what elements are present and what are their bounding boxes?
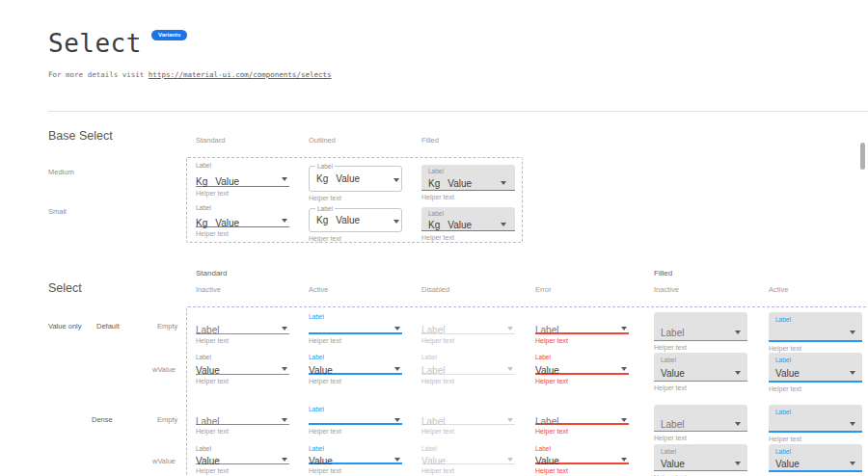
- select-standard-inactive-wvalue[interactable]: Label Value Helper text: [196, 353, 289, 384]
- select-dense-standard-active-empty[interactable]: Label Helper text: [309, 405, 402, 435]
- dropdown-arrow-icon: [621, 367, 627, 371]
- helper-text: Helper text: [309, 467, 402, 474]
- dropdown-arrow-icon: [850, 331, 855, 334]
- select-filled-active-empty[interactable]: Label Helper text: [769, 312, 862, 352]
- helper-text: Helper text: [535, 337, 629, 344]
- select-value: Value: [535, 456, 559, 466]
- select-dense-filled-active-wvalue[interactable]: Label Value Helper text: [769, 444, 862, 476]
- base-select-heading: Base Select: [48, 129, 113, 143]
- helper-text: Helper text: [769, 345, 862, 352]
- select-dense-standard-error-empty[interactable]: Label Helper text: [535, 405, 629, 435]
- header-divider: [48, 111, 868, 112]
- select-filled-inactive-empty[interactable]: Label Helper text: [654, 312, 747, 351]
- dropdown-arrow-icon: [735, 371, 741, 375]
- select-value: Value: [661, 368, 685, 379]
- select-filled-inactive-wvalue[interactable]: Label Value Helper text: [654, 353, 747, 391]
- select-floating-label: Label: [421, 444, 515, 454]
- helper-text: Helper text: [421, 234, 515, 241]
- row-label-empty-dense: Empty: [157, 415, 177, 424]
- dropdown-arrow-icon: [735, 422, 741, 426]
- select-value: Value: [196, 456, 220, 466]
- select-floating-label: [421, 312, 515, 322]
- helper-text: Helper text: [196, 467, 289, 474]
- select-value: Label: [421, 325, 445, 335]
- helper-text: Helper text: [654, 344, 747, 351]
- select-dense-standard-inactive-empty[interactable]: Label Helper text: [196, 405, 289, 435]
- select-value: Value: [336, 173, 360, 184]
- dropdown-arrow-icon: [735, 462, 741, 465]
- select-standard-error-empty[interactable]: Label Helper text: [535, 312, 629, 344]
- select-floating-label: Label: [775, 356, 855, 365]
- state-header-active: Active: [309, 285, 328, 294]
- select-dense-standard-disabled-empty: Label Helper text: [421, 405, 515, 435]
- column-header-filled: Filled: [421, 136, 439, 145]
- select-adornment: Kg: [428, 178, 440, 189]
- select-floating-label: Label: [661, 356, 741, 365]
- column-header-standard: Standard: [196, 136, 225, 145]
- row-label-default: Default: [96, 322, 120, 331]
- select-value: Value: [196, 365, 220, 376]
- select-filled-active-wvalue[interactable]: Label Value Helper text: [769, 353, 862, 392]
- dropdown-arrow-icon: [282, 327, 287, 331]
- helper-text: Helper text: [654, 384, 747, 391]
- dropdown-arrow-icon: [393, 220, 399, 224]
- select-floating-label: [661, 315, 741, 325]
- state-header-filled-inactive: Inactive: [654, 285, 679, 294]
- base-select-outlined-small[interactable]: Label KgValue Helper text: [309, 203, 402, 242]
- dropdown-arrow-icon: [282, 458, 287, 462]
- row-label-value-only: Value only: [48, 322, 81, 331]
- row-label-medium: Medium: [48, 168, 74, 176]
- select-value: Value: [661, 459, 685, 469]
- material-ui-link[interactable]: https://material-ui.com/components/selec…: [149, 70, 332, 79]
- dropdown-arrow-icon: [393, 178, 399, 182]
- select-dense-standard-inactive-wvalue[interactable]: Label Value Helper text: [196, 444, 289, 474]
- select-value: Value: [421, 456, 446, 466]
- select-floating-label: [196, 312, 289, 322]
- select-adornment: Kg: [316, 215, 328, 225]
- select-standard-inactive-empty[interactable]: Label Helper text: [196, 312, 289, 344]
- row-label-small: Small: [48, 207, 67, 216]
- helper-text: Helper text: [309, 235, 402, 242]
- select-dense-standard-error-wvalue[interactable]: Label Value Helper text: [535, 444, 629, 474]
- helper-text: Helper text: [421, 428, 515, 435]
- helper-text: Helper text: [196, 190, 289, 197]
- dropdown-arrow-icon: [621, 418, 627, 422]
- select-standard-disabled-empty: Label Helper text: [421, 312, 515, 344]
- select-floating-label: Label: [535, 444, 629, 454]
- helper-text: Helper text: [535, 467, 629, 474]
- variants-badge: Variants: [151, 30, 187, 40]
- dropdown-arrow-icon: [850, 371, 855, 375]
- select-floating-label: Label: [421, 353, 515, 362]
- subtitle: For more details visit https://material-…: [48, 70, 332, 79]
- base-select-standard-medium[interactable]: Label KgValue Helper text: [196, 161, 289, 197]
- select-standard-active-empty[interactable]: Label Helper text: [309, 312, 402, 344]
- select-dense-filled-inactive-wvalue[interactable]: Label Value Helper text: [654, 444, 747, 476]
- base-select-outlined-medium[interactable]: Label KgValue Helper text: [309, 161, 402, 201]
- base-select-standard-small[interactable]: Label KgValue Helper text: [196, 203, 289, 237]
- dropdown-arrow-icon: [394, 418, 400, 422]
- select-value: Label: [535, 416, 558, 427]
- helper-text: Helper text: [654, 435, 747, 441]
- scrollbar-thumb[interactable]: [860, 143, 865, 170]
- state-header-inactive: Inactive: [196, 285, 221, 294]
- select-standard-error-wvalue[interactable]: Label Value Helper text: [535, 353, 629, 384]
- select-dense-standard-active-wvalue[interactable]: Label Value Helper text: [309, 444, 402, 474]
- dropdown-arrow-icon: [282, 367, 287, 371]
- select-dense-filled-inactive-empty[interactable]: Label Helper text: [654, 405, 747, 441]
- group-header-filled: Filled: [654, 269, 672, 278]
- select-floating-label: Label: [775, 408, 855, 417]
- select-standard-active-wvalue[interactable]: Label Value Helper text: [309, 353, 402, 384]
- base-select-filled-small[interactable]: Label KgValue Helper text: [421, 203, 515, 241]
- select-floating-label: Label: [309, 312, 402, 322]
- select-dense-filled-active-empty[interactable]: Label Helper text: [769, 405, 862, 442]
- select-value: Value: [309, 456, 333, 466]
- dropdown-arrow-icon: [621, 327, 627, 331]
- helper-text: Helper text: [421, 194, 515, 200]
- select-value: Label: [421, 365, 445, 376]
- base-select-filled-medium[interactable]: Label KgValue Helper text: [421, 161, 515, 200]
- dropdown-arrow-icon: [394, 458, 400, 462]
- dropdown-arrow-icon: [507, 418, 513, 422]
- row-label-empty-default: Empty: [157, 322, 177, 331]
- group-header-standard: Standard: [196, 269, 227, 278]
- state-header-error: Error: [535, 285, 552, 294]
